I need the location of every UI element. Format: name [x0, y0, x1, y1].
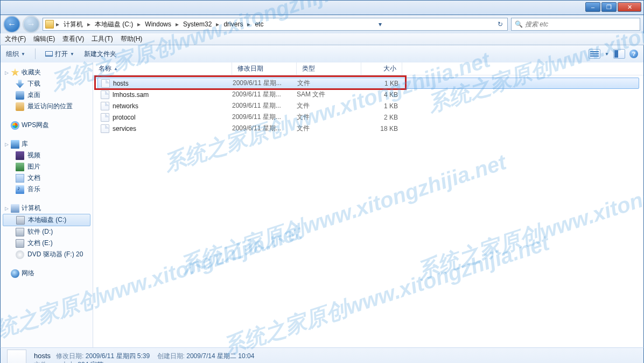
close-button[interactable]: ✕ [618, 2, 641, 12]
picture-icon [16, 163, 24, 171]
computer-group[interactable]: ▷计算机 [1, 203, 93, 214]
maximize-button[interactable]: ❐ [601, 2, 617, 12]
crumb-computer[interactable]: 计算机 [61, 20, 85, 29]
file-row[interactable]: protocol2009/6/11 星期...文件2 KB [97, 111, 639, 123]
details-created-label: 创建日期: [157, 352, 185, 360]
address-bar[interactable]: ▸ 计算机▸ 本地磁盘 (C:)▸ Windows▸ System32▸ dri… [43, 18, 508, 31]
sidebar-item-desktop[interactable]: 桌面 [1, 89, 93, 101]
minimize-button[interactable]: – [585, 2, 600, 12]
sidebar-item-drive-c[interactable]: 本地磁盘 (C:) [3, 214, 90, 226]
folder-icon [45, 20, 54, 29]
chevron-right-icon[interactable]: ▸ [86, 20, 92, 28]
column-date[interactable]: 修改日期 [232, 62, 297, 75]
chevron-right-icon[interactable]: ▸ [136, 20, 142, 28]
chevron-right-icon[interactable]: ▸ [55, 20, 60, 28]
forward-button[interactable]: → [23, 16, 39, 32]
music-icon [16, 185, 24, 194]
details-filename: hosts [34, 352, 51, 360]
file-type: 文件 [297, 101, 361, 110]
sidebar-item-drive-e[interactable]: 文档 (E:) [1, 238, 93, 249]
menu-help[interactable]: 帮助(H) [121, 34, 143, 44]
title-bar: – ❐ ✕ [0, 0, 644, 15]
file-size: 4 KB [361, 91, 398, 99]
file-type: SAM 文件 [297, 90, 361, 99]
wps-group[interactable]: ▷WPS网盘 [1, 120, 93, 131]
chevron-right-icon[interactable]: ▸ [215, 20, 220, 28]
file-name: protocol [113, 114, 136, 121]
file-row[interactable]: services2009/6/11 星期...文件18 KB [97, 123, 639, 134]
file-name: lmhosts.sam [113, 91, 149, 99]
file-date: 2009/6/11 星期... [232, 90, 297, 99]
sidebar-item-downloads[interactable]: 下载 [1, 78, 93, 89]
libraries-group[interactable]: ▷库 [1, 138, 93, 150]
crumb-system32[interactable]: System32 [181, 20, 214, 28]
command-bar: 组织▼ 打开▼ 新建文件夹 ▼ ? [0, 45, 644, 62]
sidebar-item-drive-dvd[interactable]: DVD 驱动器 (F:) 20 [1, 249, 93, 260]
drive-icon [16, 216, 25, 225]
view-options-button[interactable] [589, 49, 600, 59]
column-size[interactable]: 大小 [361, 62, 402, 75]
download-icon [16, 80, 24, 88]
organize-button[interactable]: 组织▼ [6, 50, 25, 59]
preview-pane-button[interactable] [613, 49, 625, 59]
sidebar-item-drive-d[interactable]: 软件 (D:) [1, 226, 93, 238]
new-folder-button[interactable]: 新建文件夹 [84, 50, 116, 59]
search-input[interactable]: 🔍 搜索 etc [511, 18, 640, 31]
document-icon [16, 174, 24, 183]
file-row[interactable]: lmhosts.sam2009/6/11 星期...SAM 文件4 KB [97, 89, 639, 100]
back-button[interactable]: ← [4, 16, 20, 32]
file-list: 名称▲ 修改日期 类型 大小 hosts2009/6/11 星期...文件1 K… [93, 62, 643, 347]
chevron-right-icon[interactable]: ▸ [174, 20, 180, 28]
menu-view[interactable]: 查看(V) [62, 34, 84, 44]
search-icon: 🔍 [515, 20, 523, 28]
network-group[interactable]: ▷网络 [1, 268, 93, 279]
file-size: 2 KB [361, 114, 398, 121]
dvd-icon [16, 250, 24, 259]
file-name: networks [113, 102, 138, 110]
desktop-icon [16, 91, 24, 100]
file-size: 1 KB [362, 80, 398, 87]
open-button[interactable]: 打开▼ [45, 50, 74, 59]
navigation-pane: ▷收藏夹 下载 桌面 最近访问的位置 ▷WPS网盘 ▷库 视频 图片 文档 音乐… [1, 62, 93, 347]
file-icon [101, 102, 109, 110]
menu-file[interactable]: 文件(F) [5, 34, 26, 44]
recent-icon [16, 102, 24, 111]
menu-bar: 文件(F) 编辑(E) 查看(V) 工具(T) 帮助(H) [0, 33, 644, 45]
refresh-icon[interactable]: ↻ [494, 20, 506, 28]
crumb-etc[interactable]: etc [253, 20, 265, 28]
file-date: 2009/6/11 星期... [232, 113, 297, 122]
details-size-value: 824 字节 [78, 361, 103, 363]
sidebar-item-documents[interactable]: 文档 [1, 172, 93, 184]
sidebar-item-music[interactable]: 音乐 [1, 184, 93, 195]
star-icon [11, 68, 19, 77]
menu-tools[interactable]: 工具(T) [92, 34, 113, 44]
sidebar-item-pictures[interactable]: 图片 [1, 161, 93, 172]
wps-icon [11, 121, 19, 130]
chevron-down-icon[interactable]: ▼ [605, 52, 609, 57]
column-type[interactable]: 类型 [297, 62, 361, 75]
crumb-drivers[interactable]: drivers [221, 20, 245, 28]
drive-icon [16, 239, 24, 248]
video-icon [16, 151, 24, 160]
library-icon [11, 140, 19, 149]
address-dropdown-icon[interactable]: ▾ [374, 20, 386, 28]
column-name[interactable]: 名称▲ [93, 62, 232, 75]
file-type: 文件 [297, 124, 361, 133]
file-row[interactable]: networks2009/6/11 星期...文件1 KB [97, 100, 639, 111]
sidebar-item-videos[interactable]: 视频 [1, 150, 93, 161]
sidebar-item-recent[interactable]: 最近访问的位置 [1, 101, 93, 112]
file-type: 文件 [297, 79, 362, 88]
search-placeholder: 搜索 etc [525, 20, 548, 29]
details-created-value: 2009/7/14 星期二 10:04 [186, 352, 254, 360]
menu-edit[interactable]: 编辑(E) [33, 34, 55, 44]
file-name: hosts [113, 80, 129, 87]
file-row[interactable]: hosts2009/6/11 星期...文件1 KB [97, 78, 639, 89]
crumb-windows[interactable]: Windows [143, 20, 173, 28]
favorites-group[interactable]: ▷收藏夹 [1, 67, 93, 78]
file-thumbnail [7, 350, 26, 363]
file-date: 2009/6/11 星期... [232, 124, 297, 133]
file-name: services [113, 125, 136, 132]
help-icon[interactable]: ? [629, 50, 638, 58]
chevron-right-icon[interactable]: ▸ [246, 20, 251, 28]
crumb-c[interactable]: 本地磁盘 (C:) [93, 20, 135, 29]
